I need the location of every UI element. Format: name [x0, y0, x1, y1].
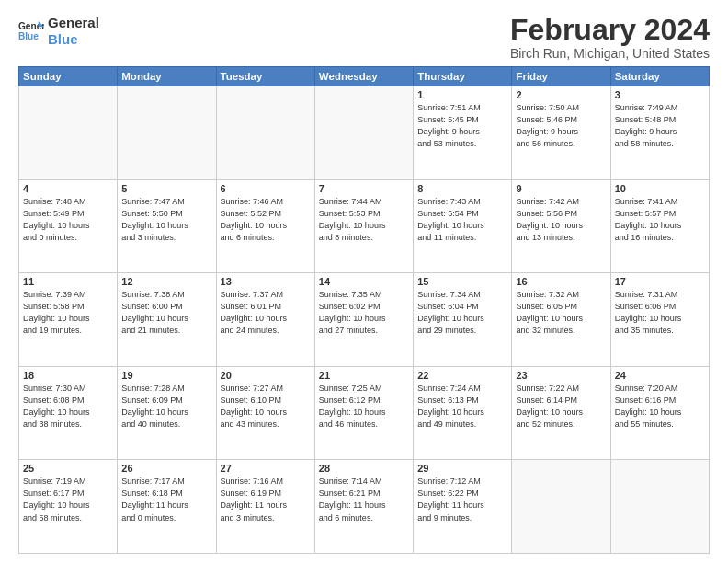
day-number: 9 — [516, 183, 606, 194]
day-info: Sunrise: 7:30 AM Sunset: 6:08 PM Dayligh… — [23, 383, 113, 431]
calendar-week-row: 4Sunrise: 7:48 AM Sunset: 5:49 PM Daylig… — [19, 179, 710, 273]
day-info: Sunrise: 7:49 AM Sunset: 5:48 PM Dayligh… — [615, 102, 705, 150]
day-number: 25 — [23, 463, 113, 474]
day-number: 29 — [417, 463, 507, 474]
day-info: Sunrise: 7:46 AM Sunset: 5:52 PM Dayligh… — [221, 196, 311, 244]
day-number: 27 — [221, 463, 311, 474]
calendar-cell — [512, 460, 610, 554]
day-info: Sunrise: 7:38 AM Sunset: 6:00 PM Dayligh… — [121, 289, 211, 337]
calendar-cell: 4Sunrise: 7:48 AM Sunset: 5:49 PM Daylig… — [19, 179, 118, 273]
day-info: Sunrise: 7:32 AM Sunset: 6:05 PM Dayligh… — [516, 289, 606, 337]
day-info: Sunrise: 7:48 AM Sunset: 5:49 PM Dayligh… — [23, 196, 113, 244]
weekday-header-row: SundayMondayTuesdayWednesdayThursdayFrid… — [19, 67, 710, 86]
calendar-cell: 9Sunrise: 7:42 AM Sunset: 5:56 PM Daylig… — [512, 179, 610, 273]
calendar-cell: 26Sunrise: 7:17 AM Sunset: 6:18 PM Dayli… — [118, 460, 216, 554]
day-info: Sunrise: 7:51 AM Sunset: 5:45 PM Dayligh… — [417, 102, 507, 150]
calendar-table: SundayMondayTuesdayWednesdayThursdayFrid… — [18, 66, 710, 554]
calendar-cell: 12Sunrise: 7:38 AM Sunset: 6:00 PM Dayli… — [118, 273, 216, 367]
calendar-cell — [314, 86, 413, 180]
calendar-cell: 3Sunrise: 7:49 AM Sunset: 5:48 PM Daylig… — [610, 86, 709, 180]
calendar-title: February 2024 — [510, 15, 710, 44]
day-number: 24 — [615, 370, 705, 381]
weekday-tuesday: Tuesday — [216, 67, 314, 86]
calendar-cell: 15Sunrise: 7:34 AM Sunset: 6:04 PM Dayli… — [414, 273, 512, 367]
day-info: Sunrise: 7:34 AM Sunset: 6:04 PM Dayligh… — [417, 289, 507, 337]
calendar-cell: 5Sunrise: 7:47 AM Sunset: 5:50 PM Daylig… — [118, 179, 216, 273]
calendar-cell: 6Sunrise: 7:46 AM Sunset: 5:52 PM Daylig… — [216, 179, 314, 273]
day-info: Sunrise: 7:28 AM Sunset: 6:09 PM Dayligh… — [121, 383, 211, 431]
day-number: 28 — [319, 463, 409, 474]
day-info: Sunrise: 7:35 AM Sunset: 6:02 PM Dayligh… — [319, 289, 409, 337]
calendar-cell: 20Sunrise: 7:27 AM Sunset: 6:10 PM Dayli… — [216, 366, 314, 460]
day-info: Sunrise: 7:27 AM Sunset: 6:10 PM Dayligh… — [221, 383, 311, 431]
day-info: Sunrise: 7:41 AM Sunset: 5:57 PM Dayligh… — [615, 196, 705, 244]
calendar-cell: 7Sunrise: 7:44 AM Sunset: 5:53 PM Daylig… — [314, 179, 413, 273]
calendar-cell: 24Sunrise: 7:20 AM Sunset: 6:16 PM Dayli… — [610, 366, 709, 460]
logo-icon: General Blue — [18, 18, 44, 44]
day-number: 23 — [516, 370, 606, 381]
logo: General Blue General Blue — [18, 15, 99, 48]
day-info: Sunrise: 7:43 AM Sunset: 5:54 PM Dayligh… — [417, 196, 507, 244]
weekday-saturday: Saturday — [610, 67, 709, 86]
svg-text:Blue: Blue — [18, 31, 39, 41]
day-info: Sunrise: 7:17 AM Sunset: 6:18 PM Dayligh… — [121, 476, 211, 523]
day-number: 16 — [516, 276, 606, 287]
calendar-cell — [610, 460, 709, 554]
weekday-sunday: Sunday — [19, 67, 118, 86]
calendar-cell: 25Sunrise: 7:19 AM Sunset: 6:17 PM Dayli… — [19, 460, 118, 554]
title-block: February 2024 Birch Run, Michigan, Unite… — [510, 15, 710, 61]
weekday-friday: Friday — [512, 67, 610, 86]
calendar-cell: 1Sunrise: 7:51 AM Sunset: 5:45 PM Daylig… — [414, 86, 512, 180]
day-info: Sunrise: 7:47 AM Sunset: 5:50 PM Dayligh… — [121, 196, 211, 244]
calendar-cell: 13Sunrise: 7:37 AM Sunset: 6:01 PM Dayli… — [216, 273, 314, 367]
day-info: Sunrise: 7:37 AM Sunset: 6:01 PM Dayligh… — [221, 289, 311, 337]
day-number: 2 — [516, 89, 606, 100]
day-number: 7 — [319, 183, 409, 194]
calendar-week-row: 11Sunrise: 7:39 AM Sunset: 5:58 PM Dayli… — [19, 273, 710, 367]
calendar-cell — [118, 86, 216, 180]
logo-text-line1: General — [48, 15, 99, 31]
day-info: Sunrise: 7:22 AM Sunset: 6:14 PM Dayligh… — [516, 383, 606, 431]
day-info: Sunrise: 7:12 AM Sunset: 6:22 PM Dayligh… — [417, 476, 507, 523]
calendar-page: General Blue General Blue February 2024 … — [0, 0, 728, 563]
day-number: 18 — [23, 370, 113, 381]
day-number: 10 — [615, 183, 705, 194]
calendar-subtitle: Birch Run, Michigan, United States — [510, 46, 710, 61]
day-info: Sunrise: 7:24 AM Sunset: 6:13 PM Dayligh… — [417, 383, 507, 431]
day-info: Sunrise: 7:20 AM Sunset: 6:16 PM Dayligh… — [615, 383, 705, 431]
calendar-cell: 10Sunrise: 7:41 AM Sunset: 5:57 PM Dayli… — [610, 179, 709, 273]
calendar-week-row: 1Sunrise: 7:51 AM Sunset: 5:45 PM Daylig… — [19, 86, 710, 180]
day-number: 5 — [121, 183, 211, 194]
day-number: 3 — [615, 89, 705, 100]
calendar-cell: 18Sunrise: 7:30 AM Sunset: 6:08 PM Dayli… — [19, 366, 118, 460]
logo-text-line2: Blue — [48, 31, 99, 48]
day-info: Sunrise: 7:14 AM Sunset: 6:21 PM Dayligh… — [319, 476, 409, 523]
day-number: 8 — [417, 183, 507, 194]
calendar-cell: 14Sunrise: 7:35 AM Sunset: 6:02 PM Dayli… — [314, 273, 413, 367]
calendar-cell: 28Sunrise: 7:14 AM Sunset: 6:21 PM Dayli… — [314, 460, 413, 554]
day-number: 21 — [319, 370, 409, 381]
calendar-week-row: 25Sunrise: 7:19 AM Sunset: 6:17 PM Dayli… — [19, 460, 710, 554]
day-number: 4 — [23, 183, 113, 194]
weekday-monday: Monday — [118, 67, 216, 86]
day-number: 12 — [121, 276, 211, 287]
day-info: Sunrise: 7:19 AM Sunset: 6:17 PM Dayligh… — [23, 476, 113, 523]
calendar-cell: 27Sunrise: 7:16 AM Sunset: 6:19 PM Dayli… — [216, 460, 314, 554]
weekday-wednesday: Wednesday — [314, 67, 413, 86]
day-info: Sunrise: 7:25 AM Sunset: 6:12 PM Dayligh… — [319, 383, 409, 431]
day-number: 6 — [221, 183, 311, 194]
day-number: 26 — [121, 463, 211, 474]
calendar-cell: 22Sunrise: 7:24 AM Sunset: 6:13 PM Dayli… — [414, 366, 512, 460]
calendar-cell: 8Sunrise: 7:43 AM Sunset: 5:54 PM Daylig… — [414, 179, 512, 273]
calendar-cell: 17Sunrise: 7:31 AM Sunset: 6:06 PM Dayli… — [610, 273, 709, 367]
day-number: 22 — [417, 370, 507, 381]
weekday-thursday: Thursday — [414, 67, 512, 86]
day-number: 13 — [221, 276, 311, 287]
day-info: Sunrise: 7:39 AM Sunset: 5:58 PM Dayligh… — [23, 289, 113, 337]
calendar-week-row: 18Sunrise: 7:30 AM Sunset: 6:08 PM Dayli… — [19, 366, 710, 460]
day-info: Sunrise: 7:50 AM Sunset: 5:46 PM Dayligh… — [516, 102, 606, 150]
day-number: 14 — [319, 276, 409, 287]
day-info: Sunrise: 7:31 AM Sunset: 6:06 PM Dayligh… — [615, 289, 705, 337]
calendar-cell: 21Sunrise: 7:25 AM Sunset: 6:12 PM Dayli… — [314, 366, 413, 460]
calendar-cell: 19Sunrise: 7:28 AM Sunset: 6:09 PM Dayli… — [118, 366, 216, 460]
